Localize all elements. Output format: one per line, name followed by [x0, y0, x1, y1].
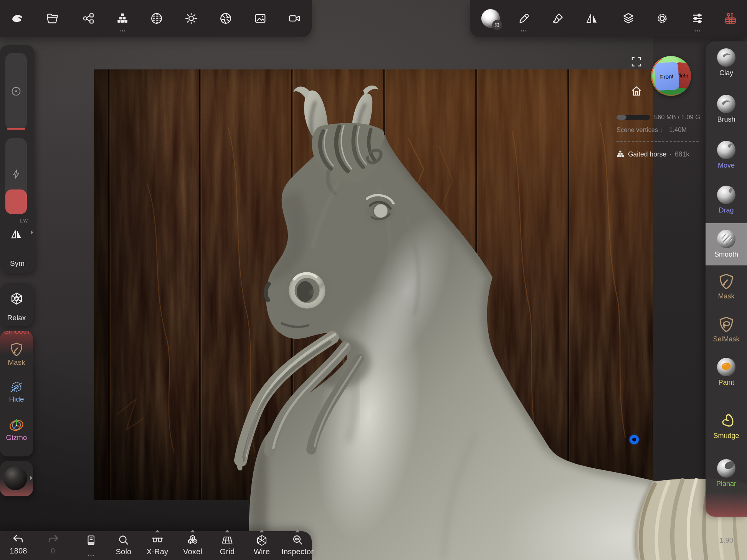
hide-button[interactable]: Hide — [0, 380, 33, 404]
sliders-icon — [691, 12, 704, 25]
sphere-planar-icon — [716, 458, 736, 478]
sphere-brush-icon — [716, 94, 736, 114]
pencil-button[interactable] — [511, 3, 536, 34]
tool-label: Paint — [718, 379, 734, 387]
expand-caret — [295, 530, 300, 532]
xray-label: X-Ray — [147, 547, 169, 556]
gizmo-icon — [8, 417, 25, 433]
symmetry-button[interactable] — [580, 3, 604, 34]
tool-selmask[interactable]: SelMask — [706, 315, 747, 343]
gizmo-button[interactable]: Gizmo — [0, 417, 33, 442]
undo-button[interactable]: 1808 — [5, 533, 32, 560]
sculpt-canvas-backdrop[interactable] — [94, 69, 653, 500]
tool-planar[interactable]: Planar — [706, 458, 747, 488]
fullscreen-icon[interactable] — [631, 56, 642, 69]
radius-slider[interactable] — [5, 53, 27, 130]
left-slider-panel: L/W Sym — [0, 45, 35, 273]
toolbox-button[interactable] — [718, 3, 743, 34]
sphere-clay-icon — [716, 48, 736, 68]
background-button[interactable] — [248, 3, 273, 34]
relax-panel[interactable]: Relax — [0, 283, 33, 326]
sym-expand-chevron[interactable] — [31, 230, 33, 235]
nomad-logo-button[interactable] — [5, 3, 30, 34]
matcap-sphere-icon — [150, 12, 163, 25]
postprocess-button[interactable] — [213, 3, 238, 34]
camera-button[interactable] — [282, 3, 307, 34]
tweaks-button[interactable] — [685, 3, 710, 34]
files-button[interactable] — [40, 3, 65, 34]
scene-button[interactable] — [110, 3, 135, 34]
tool-label: Smooth — [714, 250, 738, 259]
tool-move[interactable]: Move — [706, 140, 747, 170]
nodes-share-icon — [82, 12, 95, 25]
xray-glasses-icon — [151, 534, 164, 547]
sphere-move-icon — [716, 140, 736, 160]
paintbrush-icon — [551, 12, 564, 25]
redo-button[interactable]: 0 — [40, 533, 66, 560]
layers-button[interactable] — [616, 3, 641, 34]
inspector-button[interactable]: Inspector — [283, 533, 312, 560]
voxel-button[interactable]: Voxel — [179, 533, 206, 560]
settings-button[interactable] — [650, 3, 674, 34]
gizmo-label: Gizmo — [0, 433, 33, 442]
solo-button[interactable]: Solo — [110, 533, 137, 560]
more-dots — [91, 555, 92, 556]
brush-preview-button[interactable] — [478, 3, 503, 34]
tool-drag[interactable]: Drag — [706, 185, 747, 214]
smooth-clipped-label[interactable]: Smooth — [0, 331, 33, 336]
tool-label: Planar — [716, 480, 736, 488]
redo-icon — [46, 534, 59, 546]
grid-button[interactable]: Grid — [214, 533, 241, 560]
scene-vertices-value: 1.40M — [669, 126, 687, 133]
scene-pyramid-icon — [116, 12, 129, 25]
material-sphere[interactable] — [3, 466, 27, 490]
image-icon — [254, 12, 267, 25]
xray-button[interactable]: X-Ray — [144, 533, 171, 560]
pencil-icon — [517, 12, 530, 25]
brush-settings-badge[interactable] — [492, 20, 502, 30]
home-icon[interactable] — [630, 85, 643, 99]
object-count: 681k — [675, 150, 689, 158]
material-expand-chevron[interactable] — [30, 476, 33, 480]
tool-label: Smudge — [713, 432, 739, 440]
nav-rim — [651, 56, 691, 96]
redo-count: 0 — [51, 547, 55, 555]
voxel-cubes-icon — [186, 534, 199, 547]
memory-bar-fill — [616, 115, 626, 120]
sym-mode-label: L/W — [5, 219, 28, 223]
hide-label: Hide — [0, 395, 33, 404]
top-toolbar-right — [470, 0, 747, 37]
sphere-drag-icon — [716, 185, 736, 205]
orientation-cube[interactable]: Right Front — [651, 56, 691, 96]
tool-mask[interactable]: Mask — [706, 272, 747, 300]
tool-clay[interactable]: Clay — [706, 48, 747, 77]
expand-caret — [155, 530, 160, 532]
export-button[interactable] — [76, 3, 101, 34]
wire-button[interactable]: Wire — [248, 533, 275, 560]
expand-caret — [190, 530, 195, 532]
tool-smooth[interactable]: Smooth — [706, 229, 747, 259]
folder-icon — [46, 12, 59, 25]
lightning-icon — [11, 169, 21, 180]
material-button[interactable] — [144, 3, 169, 34]
journal-button[interactable] — [78, 533, 104, 560]
mask-label: Mask — [0, 358, 33, 367]
strip-scroll-fade — [706, 492, 747, 517]
gear-icon — [494, 22, 500, 28]
tool-smudge[interactable]: Smudge — [706, 412, 747, 440]
journal-book-icon — [85, 534, 97, 547]
sphere-smooth-icon — [716, 229, 736, 249]
paint-all-button[interactable] — [545, 3, 570, 34]
active-object-row[interactable]: Gaited horse · 681k — [616, 150, 689, 159]
top-toolbar-left — [0, 0, 312, 37]
sym-label: Sym — [0, 259, 35, 268]
tool-paint[interactable]: Paint — [706, 357, 747, 387]
lighting-button[interactable] — [179, 3, 203, 34]
scene-vertices: Scene vertices： 1.40M — [616, 126, 687, 134]
inspector-label: Inspector — [281, 547, 314, 556]
intensity-indicator[interactable] — [5, 189, 27, 214]
gear-icon — [656, 12, 669, 25]
sym-button[interactable] — [9, 227, 24, 242]
tool-brush[interactable]: Brush — [706, 94, 747, 124]
mask-button[interactable]: Mask — [0, 341, 33, 367]
